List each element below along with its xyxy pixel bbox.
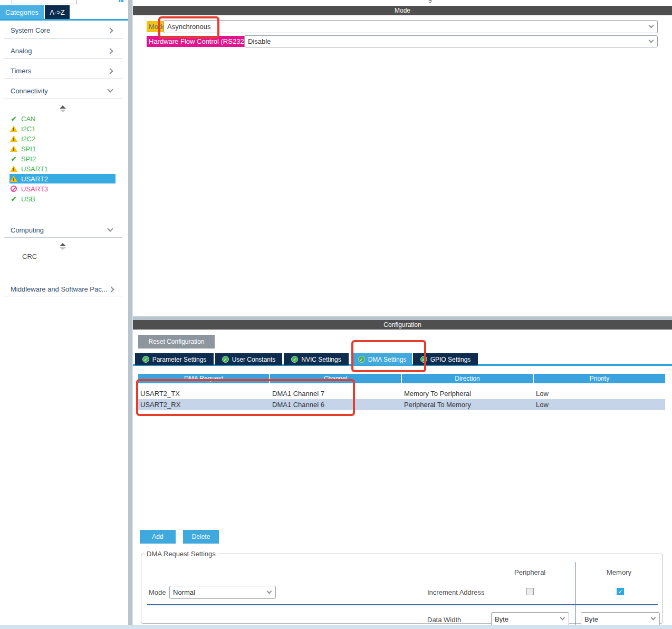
table-row-usart2-tx[interactable]: USART2_TX DMA1 Channel 7 Memory To Perip… bbox=[138, 388, 665, 399]
section-label: System Core bbox=[11, 26, 50, 34]
sidebar-section-computing[interactable]: Computing bbox=[0, 225, 128, 237]
configuration-panel-header: Configuration bbox=[133, 320, 672, 330]
check-icon: ✔ bbox=[9, 115, 18, 122]
column-header-direction[interactable]: Direction bbox=[402, 374, 533, 383]
dma-mode-select[interactable]: Normal bbox=[169, 586, 276, 599]
configuration-panel-title: Configuration bbox=[383, 321, 421, 328]
column-header-dma-request[interactable]: DMA Request bbox=[138, 374, 269, 383]
sidebar-search-input[interactable] bbox=[12, 0, 77, 4]
chevron-down-icon bbox=[649, 23, 654, 28]
memory-increment-checkbox[interactable]: ✓ bbox=[617, 588, 624, 595]
dma-mode-select-value: Normal bbox=[173, 588, 195, 596]
section-label: Timers bbox=[11, 67, 31, 75]
chevron-down-icon bbox=[107, 226, 113, 231]
item-label: USART3 bbox=[21, 185, 48, 193]
peripheral-data-width-value: Byte bbox=[495, 615, 508, 623]
item-label: I2C2 bbox=[21, 135, 35, 143]
cubemx-window: Categories A->Z System Core Analog Timer… bbox=[0, 0, 672, 629]
chevron-down-icon bbox=[651, 615, 656, 621]
cell-priority: Low bbox=[536, 390, 549, 398]
divider bbox=[4, 38, 122, 38]
add-button[interactable]: Add bbox=[140, 530, 176, 544]
chevron-right-icon bbox=[107, 68, 113, 74]
tab-nvic-settings[interactable]: ✓ NVIC Settings bbox=[284, 353, 349, 365]
tab-parameter-settings[interactable]: ✓ Parameter Settings bbox=[135, 353, 214, 365]
clipped-toolbar-icon bbox=[119, 0, 123, 2]
divider bbox=[4, 237, 122, 238]
window-bottom-bar bbox=[0, 625, 672, 629]
cell-dma-request: USART2_TX bbox=[140, 390, 180, 398]
hardware-flow-control-select[interactable]: Disable bbox=[244, 35, 658, 47]
divider bbox=[4, 99, 122, 99]
panel-splitter-horizontal[interactable] bbox=[133, 316, 672, 320]
tab-gpio-settings[interactable]: ✓ GPIO Settings bbox=[413, 353, 478, 365]
dma-mode-label: Mode bbox=[149, 588, 166, 596]
section-label: Analog bbox=[11, 47, 32, 55]
sidebar-item-can[interactable]: ✔ CAN bbox=[9, 114, 116, 123]
divider bbox=[4, 296, 122, 296]
divider bbox=[4, 59, 122, 59]
column-divider-line bbox=[575, 562, 575, 626]
peripheral-sidebar: Categories A->Z System Core Analog Timer… bbox=[0, 0, 128, 629]
sidebar-item-usart3[interactable]: USART3 bbox=[9, 184, 116, 193]
mode-panel-title: Mode bbox=[395, 7, 410, 14]
increment-address-label: Increment Address bbox=[427, 588, 484, 596]
chevron-down-icon bbox=[649, 37, 654, 43]
sidebar-item-usart2[interactable]: USART2 bbox=[9, 174, 116, 183]
warning-icon bbox=[9, 176, 18, 182]
table-row-usart2-rx[interactable]: USART2_RX DMA1 Channel 6 Peripheral To M… bbox=[138, 399, 665, 410]
peripheral-data-width-select[interactable]: Byte bbox=[491, 612, 569, 626]
cell-channel: DMA1 Channel 6 bbox=[272, 401, 324, 409]
dma-request-settings-legend: DMA Request Settings bbox=[145, 550, 218, 558]
sidebar-tabs-underline bbox=[0, 19, 128, 21]
tab-label: DMA Settings bbox=[368, 356, 407, 363]
tab-user-constants[interactable]: ✓ User Constants bbox=[215, 353, 282, 365]
column-header-priority[interactable]: Priority bbox=[534, 374, 665, 383]
tab-label: Parameter Settings bbox=[152, 356, 207, 363]
data-width-label: Data Width bbox=[427, 616, 461, 624]
sidebar-item-spi1[interactable]: SPI1 bbox=[9, 144, 116, 153]
item-label: USART1 bbox=[21, 165, 48, 173]
list-collapse-spinner-icon[interactable] bbox=[60, 105, 66, 112]
tab-categories[interactable]: Categories bbox=[0, 5, 44, 19]
sidebar-item-usart1[interactable]: USART1 bbox=[9, 164, 116, 173]
item-label: SPI2 bbox=[21, 155, 36, 163]
sidebar-section-middleware[interactable]: Middleware and Software Pac... bbox=[0, 284, 128, 296]
sidebar-section-analog[interactable]: Analog bbox=[0, 46, 128, 57]
sidebar-item-spi2[interactable]: ✔ SPI2 bbox=[9, 154, 116, 163]
list-collapse-spinner-icon[interactable] bbox=[60, 243, 66, 250]
sidebar-item-usb[interactable]: ✔ USB bbox=[9, 194, 116, 204]
panel-splitter-vertical[interactable] bbox=[128, 0, 133, 629]
mode-select[interactable]: Asynchronous bbox=[164, 20, 658, 33]
item-label: I2C1 bbox=[21, 125, 35, 133]
chevron-right-icon bbox=[107, 48, 113, 54]
peripheral-increment-checkbox[interactable] bbox=[526, 588, 534, 595]
reset-configuration-button[interactable]: Reset Configuration bbox=[138, 335, 215, 349]
divider bbox=[4, 79, 122, 79]
delete-button[interactable]: Delete bbox=[183, 530, 219, 544]
sidebar-item-i2c2[interactable]: I2C2 bbox=[9, 134, 116, 143]
cell-priority: Low bbox=[536, 401, 549, 409]
sidebar-section-system-core[interactable]: System Core bbox=[0, 25, 128, 37]
mode-select-value: Asynchronous bbox=[167, 23, 210, 31]
hfc-select-value: Disable bbox=[248, 37, 271, 45]
sidebar-item-crc[interactable]: CRC bbox=[22, 253, 37, 260]
item-label: SPI1 bbox=[21, 145, 36, 153]
memory-data-width-select[interactable]: Byte bbox=[581, 612, 660, 626]
chevron-right-icon bbox=[107, 27, 113, 33]
sidebar-item-i2c1[interactable]: I2C1 bbox=[9, 124, 116, 133]
green-check-icon: ✓ bbox=[291, 356, 298, 363]
tab-label: GPIO Settings bbox=[430, 356, 471, 363]
warning-icon bbox=[9, 136, 18, 142]
column-header-channel[interactable]: Channel bbox=[270, 374, 401, 383]
warning-icon bbox=[9, 146, 18, 152]
cell-channel: DMA1 Channel 7 bbox=[272, 390, 324, 398]
sidebar-section-connectivity[interactable]: Connectivity bbox=[0, 86, 128, 98]
sidebar-section-timers[interactable]: Timers bbox=[0, 66, 128, 78]
clipped-panel-title-text: g bbox=[428, 0, 432, 3]
green-check-icon: ✓ bbox=[420, 356, 427, 363]
unavailable-icon bbox=[9, 186, 18, 192]
tab-a-to-z[interactable]: A->Z bbox=[45, 5, 70, 19]
tab-dma-settings[interactable]: ✓ DMA Settings bbox=[352, 353, 412, 365]
warning-icon bbox=[9, 166, 18, 172]
